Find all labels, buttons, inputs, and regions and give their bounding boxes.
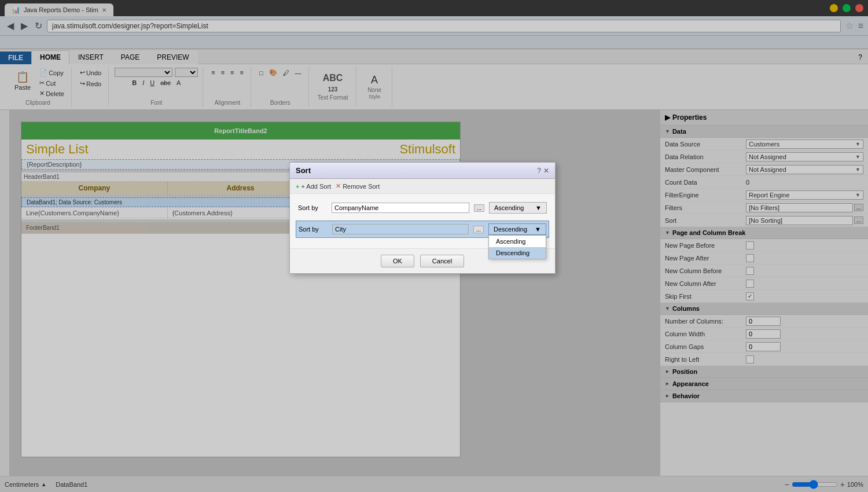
- sort-by-label-1: Sort by: [298, 204, 327, 211]
- dialog-overlay: Sort ? ✕ + + Add Sort ✕ Remove Sort Sort…: [0, 0, 868, 492]
- cancel-button[interactable]: Cancel: [420, 255, 464, 267]
- remove-sort-icon: ✕: [336, 182, 341, 190]
- sort-dir-arrow-1: ▼: [535, 204, 542, 211]
- dialog-title-text: Sort: [296, 166, 311, 175]
- ok-button[interactable]: OK: [381, 255, 414, 267]
- sort-dots-1[interactable]: ...: [474, 204, 484, 212]
- add-sort-button[interactable]: + + Add Sort: [296, 183, 331, 190]
- remove-sort-button[interactable]: ✕ Remove Sort: [336, 182, 380, 190]
- ascending-option[interactable]: Ascending: [489, 236, 546, 247]
- dialog-help-button[interactable]: ?: [537, 167, 541, 175]
- sort-dir-arrow-2: ▼: [535, 226, 541, 233]
- dialog-title-bar: Sort ? ✕: [290, 163, 555, 179]
- sort-direction-dropdown: Ascending Descending: [488, 235, 546, 259]
- sort-row-2: Sort by City ... Descending ▼ Ascending …: [296, 221, 549, 238]
- dialog-title-buttons: ? ✕: [537, 167, 549, 175]
- sort-by-label-2: Sort by: [299, 226, 328, 233]
- dialog-close-button[interactable]: ✕: [543, 167, 549, 175]
- descending-option[interactable]: Descending: [489, 247, 546, 259]
- sort-direction-container-2: Descending ▼ Ascending Descending: [488, 223, 546, 235]
- sort-field-2[interactable]: City: [332, 224, 469, 234]
- sort-row-1: Sort by CompanyName ... Ascending ▼: [296, 200, 549, 216]
- dialog-toolbar: + + Add Sort ✕ Remove Sort: [290, 179, 555, 194]
- add-sort-icon: +: [296, 183, 299, 190]
- sort-direction-2[interactable]: Descending ▼: [488, 223, 546, 235]
- sort-direction-1[interactable]: Ascending ▼: [489, 202, 547, 214]
- dialog-content: Sort by CompanyName ... Ascending ▼ Sort…: [290, 194, 555, 248]
- sort-dialog: Sort ? ✕ + + Add Sort ✕ Remove Sort Sort…: [289, 162, 556, 274]
- sort-dots-2[interactable]: ...: [473, 226, 484, 233]
- sort-field-1[interactable]: CompanyName: [332, 203, 469, 213]
